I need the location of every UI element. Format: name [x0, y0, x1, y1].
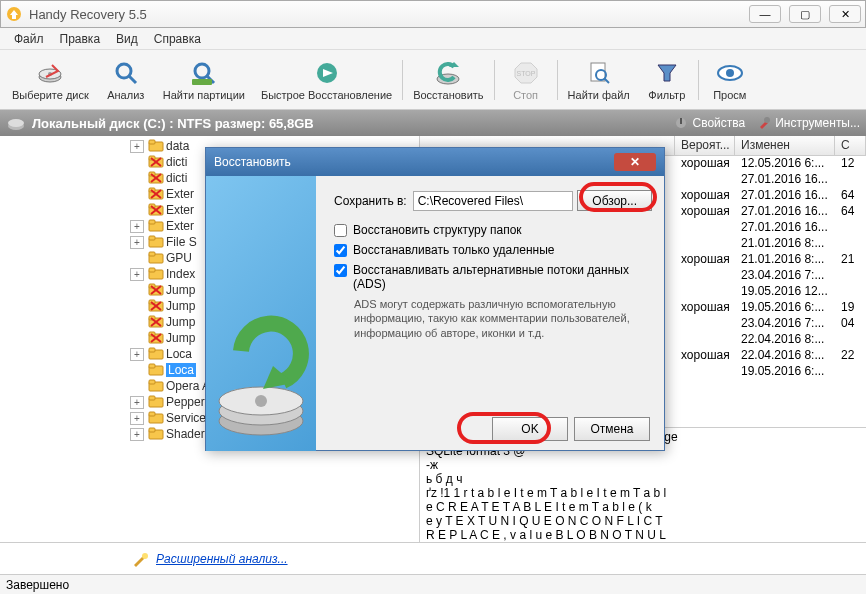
filter-icon: [653, 59, 681, 87]
tools-link[interactable]: Инструменты...: [757, 116, 860, 130]
expander-icon[interactable]: +: [130, 348, 144, 361]
restore-ads-row[interactable]: Восстанавливать альтернативные потоки да…: [334, 263, 652, 291]
cell-probability: хорошая: [675, 204, 735, 220]
tree-item-label: Jump: [166, 283, 195, 297]
tool-quick-recover[interactable]: Быстрое Восстановление: [253, 57, 400, 103]
recover-dialog: Восстановить ✕ Сохранить в: Обзор... Вос…: [205, 147, 665, 451]
svg-point-4: [117, 64, 131, 78]
col-modified[interactable]: Изменен: [735, 136, 835, 155]
cancel-button[interactable]: Отмена: [574, 417, 650, 441]
svg-rect-68: [149, 364, 155, 368]
cell-probability: хорошая: [675, 156, 735, 172]
maximize-button[interactable]: ▢: [789, 5, 821, 23]
list-row[interactable]: 27.01.2016 16...: [675, 172, 866, 188]
dialog-close-button[interactable]: ✕: [614, 153, 656, 171]
folder-icon: [148, 347, 164, 361]
list-row[interactable]: 23.04.2016 7:...04: [675, 316, 866, 332]
tree-item-label: Exter: [166, 203, 194, 217]
status-text: Завершено: [6, 578, 69, 592]
restore-ads-checkbox[interactable]: [334, 264, 347, 277]
tree-item-label: Loca: [166, 347, 192, 361]
cell-size: [835, 364, 866, 380]
tree-item-label: GPU: [166, 251, 192, 265]
tree-item-label: File S: [166, 235, 197, 249]
col-probability[interactable]: Вероят...: [675, 136, 735, 155]
list-row[interactable]: хорошая22.04.2016 8:...22: [675, 348, 866, 364]
close-button[interactable]: ✕: [829, 5, 861, 23]
list-row[interactable]: 19.05.2016 12...: [675, 284, 866, 300]
cell-probability: [675, 316, 735, 332]
list-row[interactable]: хорошая19.05.2016 6:...19: [675, 300, 866, 316]
cell-probability: [675, 220, 735, 236]
tree-item-label: dicti: [166, 171, 187, 185]
ads-note: ADS могут содержать различную вспомогате…: [354, 297, 634, 340]
magnify-icon: [112, 59, 140, 87]
folder-icon: [148, 427, 164, 441]
svg-rect-8: [192, 79, 212, 85]
tool-preview[interactable]: Просм: [701, 57, 759, 103]
cell-probability: [675, 236, 735, 252]
cell-modified: 27.01.2016 16...: [735, 172, 835, 188]
expander-icon[interactable]: +: [130, 140, 144, 153]
list-row[interactable]: 23.04.2016 7:...: [675, 268, 866, 284]
minimize-button[interactable]: —: [749, 5, 781, 23]
expander-icon[interactable]: +: [130, 236, 144, 249]
list-row[interactable]: хорошая27.01.2016 16...64: [675, 204, 866, 220]
tool-stop[interactable]: STOP Стоп: [497, 57, 555, 103]
svg-rect-21: [680, 118, 682, 124]
restore-deleted-row[interactable]: Восстанавливать только удаленные: [334, 243, 652, 257]
folder-icon: [148, 267, 164, 281]
folder-icon: [148, 187, 164, 201]
browse-button[interactable]: Обзор...: [577, 190, 652, 211]
list-row[interactable]: хорошая21.01.2016 8:...21: [675, 252, 866, 268]
restore-structure-checkbox[interactable]: [334, 224, 347, 237]
restore-deleted-checkbox[interactable]: [334, 244, 347, 257]
list-row[interactable]: хорошая27.01.2016 16...64: [675, 188, 866, 204]
tool-select-disk[interactable]: Выберите диск: [4, 57, 97, 103]
cell-modified: 19.05.2016 6:...: [735, 300, 835, 316]
col-size[interactable]: С: [835, 136, 866, 155]
list-row[interactable]: 22.04.2016 8:...: [675, 332, 866, 348]
dialog-illustration: [206, 176, 316, 451]
tool-recover[interactable]: Восстановить: [405, 57, 491, 103]
menu-view[interactable]: Вид: [110, 30, 144, 48]
cell-size: [835, 268, 866, 284]
list-row[interactable]: 19.05.2016 6:...: [675, 364, 866, 380]
tool-filter[interactable]: Фильтр: [638, 57, 696, 103]
dialog-title-bar[interactable]: Восстановить ✕: [206, 148, 664, 176]
cell-size: [835, 220, 866, 236]
cell-size: 21: [835, 252, 866, 268]
tree-item-label: Exter: [166, 187, 194, 201]
expander-icon[interactable]: +: [130, 268, 144, 281]
tool-find-file[interactable]: Найти файл: [560, 57, 638, 103]
menu-file[interactable]: Файл: [8, 30, 50, 48]
ok-button[interactable]: OK: [492, 417, 568, 441]
recover-icon: [434, 59, 462, 87]
menu-bar: Файл Правка Вид Справка: [0, 28, 866, 50]
folder-icon: [148, 283, 164, 297]
folder-icon: [148, 411, 164, 425]
expander-icon[interactable]: +: [130, 220, 144, 233]
svg-rect-66: [149, 348, 155, 352]
save-to-input[interactable]: [413, 191, 574, 211]
cell-probability: [675, 332, 735, 348]
folder-icon: [148, 155, 164, 169]
tool-find-partitions[interactable]: Найти партиции: [155, 57, 253, 103]
advanced-analysis-link[interactable]: Расширенный анализ...: [156, 552, 288, 566]
menu-edit[interactable]: Правка: [54, 30, 107, 48]
list-row[interactable]: 27.01.2016 16...: [675, 220, 866, 236]
cell-probability: [675, 268, 735, 284]
tool-analyze[interactable]: Анализ: [97, 57, 155, 103]
preview-line: e y T E X T U N I Q U E O N C O N F L I …: [426, 514, 860, 528]
restore-structure-row[interactable]: Восстановить структуру папок: [334, 223, 652, 237]
cell-probability: [675, 284, 735, 300]
preview-line: ґz !1 1 r t a b l e I t e m T a b l e I …: [426, 486, 860, 500]
properties-link[interactable]: Свойства: [674, 116, 745, 130]
title-bar: Handy Recovery 5.5 — ▢ ✕: [0, 0, 866, 28]
expander-icon[interactable]: +: [130, 428, 144, 441]
menu-help[interactable]: Справка: [148, 30, 207, 48]
list-row[interactable]: 21.01.2016 8:...: [675, 236, 866, 252]
expander-icon[interactable]: +: [130, 396, 144, 409]
list-row[interactable]: хорошая12.05.2016 6:...12: [675, 156, 866, 172]
expander-icon[interactable]: +: [130, 412, 144, 425]
